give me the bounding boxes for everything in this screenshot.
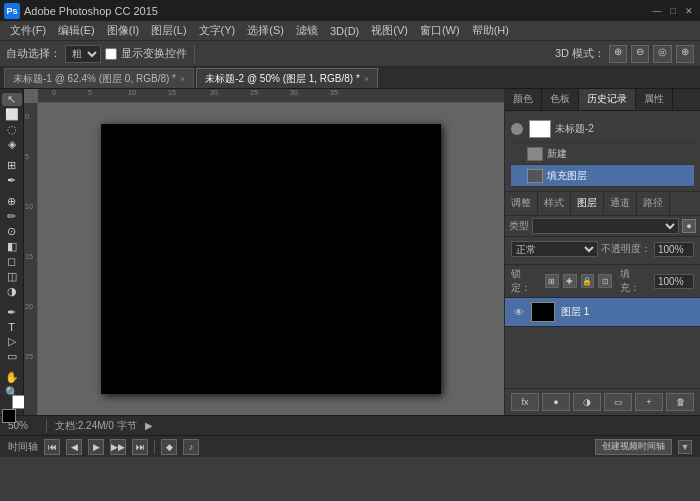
- document-canvas[interactable]: [101, 124, 441, 394]
- timeline-rewind-btn[interactable]: ◀: [66, 439, 82, 455]
- layer-mask-btn[interactable]: ●: [542, 393, 570, 411]
- select-type-dropdown[interactable]: 粗: [65, 45, 101, 63]
- tab-adjust[interactable]: 调整: [505, 192, 538, 215]
- tab-history[interactable]: 历史记录: [579, 89, 636, 110]
- create-video-timeline-btn[interactable]: 创建视频时间轴: [595, 439, 672, 455]
- timeline-next-btn[interactable]: ⏭: [132, 439, 148, 455]
- menu-edit[interactable]: 编辑(E): [52, 21, 101, 40]
- tab-untitled1[interactable]: 未标题-1 @ 62.4% (图层 0, RGB/8) * ×: [4, 68, 194, 88]
- 3d-btn-3[interactable]: ◎: [653, 45, 672, 63]
- foreground-color[interactable]: [2, 409, 16, 423]
- tab-channels[interactable]: 通道: [604, 192, 637, 215]
- lock-position-btn[interactable]: ✚: [563, 274, 577, 288]
- history-item-3[interactable]: 填充图层: [511, 165, 694, 187]
- layer1-eye[interactable]: 👁: [511, 304, 527, 320]
- tab-swatches[interactable]: 色板: [542, 89, 579, 110]
- menu-select[interactable]: 选择(S): [241, 21, 290, 40]
- quick-select-tool[interactable]: ◈: [2, 138, 22, 151]
- gradient-tool[interactable]: ◫: [2, 270, 22, 283]
- menu-window[interactable]: 窗口(W): [414, 21, 466, 40]
- ruler-vertical: 0 5 10 15 20 25: [24, 103, 38, 415]
- status-divider-1: [46, 419, 47, 433]
- layer1-item[interactable]: 👁 图层 1: [505, 298, 700, 327]
- dodge-tool[interactable]: ◑: [2, 285, 22, 298]
- doc-info-arrow[interactable]: ▶: [145, 420, 153, 431]
- ruler-vmark-10: 10: [25, 203, 33, 210]
- path-select-tool[interactable]: ▷: [2, 335, 22, 348]
- menu-3d[interactable]: 3D(D): [324, 23, 365, 39]
- layer-fx-btn[interactable]: fx: [511, 393, 539, 411]
- menu-filter[interactable]: 滤镜: [290, 21, 324, 40]
- tab-color[interactable]: 颜色: [505, 89, 542, 110]
- show-transform-checkbox[interactable]: [105, 48, 117, 60]
- menu-file[interactable]: 文件(F): [4, 21, 52, 40]
- timeline-menu-btn[interactable]: ▼: [678, 440, 692, 454]
- text-tool[interactable]: T: [2, 321, 22, 333]
- layer-delete-btn[interactable]: 🗑: [666, 393, 694, 411]
- eyedropper-tool[interactable]: ✒: [2, 174, 22, 187]
- timeline-bar: 时间轴 ⏮ ◀ ▶ ▶▶ ⏭ ◆ ♪ 创建视频时间轴 ▼: [0, 435, 700, 457]
- timeline-divider: [154, 440, 155, 454]
- panel-tabs-top: 颜色 色板 历史记录 属性: [505, 89, 700, 111]
- tab-style[interactable]: 样式: [538, 192, 571, 215]
- healing-tool[interactable]: ⊕: [2, 195, 22, 208]
- menu-view[interactable]: 视图(V): [365, 21, 414, 40]
- history-brush-tool[interactable]: ◧: [2, 240, 22, 253]
- blending-mode-select[interactable]: 正常: [511, 241, 598, 257]
- tab-untitled2[interactable]: 未标题-2 @ 50% (图层 1, RGB/8) * ×: [196, 68, 378, 88]
- pen-tool[interactable]: ✒: [2, 306, 22, 319]
- tab2-label: 未标题-2 @ 50% (图层 1, RGB/8) *: [205, 72, 360, 86]
- minimize-button[interactable]: —: [650, 4, 664, 18]
- selection-tool[interactable]: ⬜: [2, 108, 22, 121]
- fill-value-input[interactable]: [654, 274, 694, 289]
- crop-tool[interactable]: ⊞: [2, 159, 22, 172]
- move-tool[interactable]: ↖: [2, 93, 22, 106]
- timeline-forward-btn[interactable]: ▶▶: [110, 439, 126, 455]
- lock-pixels-btn[interactable]: ⊞: [545, 274, 559, 288]
- brush-tool[interactable]: ✏: [2, 210, 22, 223]
- tab1-label: 未标题-1 @ 62.4% (图层 0, RGB/8) *: [13, 72, 176, 86]
- 3d-btn-1[interactable]: ⊕: [609, 45, 627, 63]
- timeline-play-btn[interactable]: ▶: [88, 439, 104, 455]
- timeline-prev-btn[interactable]: ⏮: [44, 439, 60, 455]
- 3d-btn-4[interactable]: ⊕: [676, 45, 694, 63]
- blending-mode-row: 正常 不透明度：: [511, 241, 694, 257]
- layer-visibility-1: [511, 123, 523, 135]
- tab-layers[interactable]: 图层: [571, 192, 604, 215]
- history-item-1[interactable]: 未标题-2: [511, 115, 694, 143]
- clone-tool[interactable]: ⊙: [2, 225, 22, 238]
- right-panel: 颜色 色板 历史记录 属性 未标题-2 新建 填充图层: [504, 89, 700, 415]
- menu-help[interactable]: 帮助(H): [466, 21, 515, 40]
- maximize-button[interactable]: □: [666, 4, 680, 18]
- status-bar: 50% 文档:2.24M/0 字节 ▶: [0, 415, 700, 435]
- menu-layer[interactable]: 图层(L): [145, 21, 192, 40]
- tab-paths[interactable]: 路径: [637, 192, 670, 215]
- shape-tool[interactable]: ▭: [2, 350, 22, 363]
- timeline-audio-btn[interactable]: ♪: [183, 439, 199, 455]
- lock-artboard-btn[interactable]: ⊡: [598, 274, 612, 288]
- timeline-keyframe-btn[interactable]: ◆: [161, 439, 177, 455]
- hand-tool[interactable]: ✋: [2, 371, 22, 384]
- close-button[interactable]: ✕: [682, 4, 696, 18]
- filter-type-select[interactable]: [532, 218, 679, 234]
- fill-label: 填充：: [620, 267, 650, 295]
- layer-actions: fx ● ◑ ▭ + 🗑: [505, 388, 700, 415]
- tab-properties[interactable]: 属性: [636, 89, 673, 110]
- layer-filter-row: 类型 ●: [505, 216, 700, 237]
- layer-group-btn[interactable]: ▭: [604, 393, 632, 411]
- opacity-value-input[interactable]: [654, 242, 694, 257]
- eraser-tool[interactable]: ◻: [2, 255, 22, 268]
- layer-name-2: 新建: [547, 147, 567, 161]
- history-item-2[interactable]: 新建: [511, 143, 694, 165]
- lasso-tool[interactable]: ◌: [2, 123, 22, 136]
- layer-new-btn[interactable]: +: [635, 393, 663, 411]
- lock-all-btn[interactable]: 🔒: [581, 274, 595, 288]
- 3d-btn-2[interactable]: ⊖: [631, 45, 649, 63]
- layer-adjustment-btn[interactable]: ◑: [573, 393, 601, 411]
- filter-toggle[interactable]: ●: [682, 219, 696, 233]
- tab1-close-icon[interactable]: ×: [180, 74, 185, 84]
- menu-text[interactable]: 文字(Y): [193, 21, 242, 40]
- tab2-close-icon[interactable]: ×: [364, 74, 369, 84]
- ruler-mark-30: 30: [290, 89, 298, 96]
- menu-image[interactable]: 图像(I): [101, 21, 145, 40]
